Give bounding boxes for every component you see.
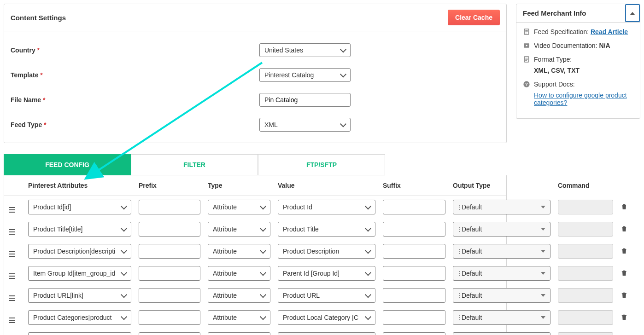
prefix-input[interactable] — [139, 200, 200, 214]
support-docs-link[interactable]: How to configure google product categori… — [534, 92, 627, 106]
table-row: Product Title[title] Attribute Product T… — [4, 218, 506, 240]
suffix-input[interactable] — [383, 288, 445, 303]
attribute-select[interactable]: Product Id[id] — [28, 200, 131, 214]
suffix-input[interactable] — [383, 244, 445, 259]
header-suffix: Suffix — [383, 182, 453, 189]
feed-merchant-info-panel: Feed Merchant Info Feed Specification: R… — [516, 4, 640, 119]
prefix-input[interactable] — [139, 310, 200, 325]
read-article-link[interactable]: Read Article — [591, 28, 628, 35]
drag-handle-icon[interactable] — [9, 251, 15, 257]
type-select[interactable]: Attribute — [208, 244, 270, 259]
panel-title: Content Settings — [11, 14, 66, 22]
format-type-label: Format Type: — [534, 56, 572, 63]
suffix-input[interactable] — [383, 266, 445, 281]
prefix-input[interactable] — [139, 332, 200, 335]
command-input[interactable] — [558, 310, 613, 325]
attribute-select[interactable]: Product URL[link] — [28, 288, 131, 303]
command-input[interactable] — [558, 200, 613, 214]
content-settings-panel: Content Settings Clear Cache Country * U… — [4, 4, 507, 143]
command-input[interactable] — [558, 222, 613, 237]
header-value: Value — [278, 182, 383, 189]
drag-handle-icon[interactable] — [9, 295, 15, 301]
feedtype-select[interactable]: XML — [259, 118, 351, 132]
drag-handle-icon[interactable] — [9, 273, 15, 279]
type-select[interactable]: Attribute — [208, 200, 270, 214]
drag-handle-icon[interactable] — [9, 207, 15, 213]
tab-ftp[interactable]: FTP/SFTP — [258, 154, 385, 175]
country-select[interactable]: United States — [259, 43, 351, 57]
value-select[interactable]: Parent Id [Group Id] — [278, 266, 375, 281]
attribute-select[interactable]: Google Product Category[go — [28, 332, 131, 335]
output-type-select[interactable]: ⋮Default — [453, 222, 550, 237]
template-label: Template * — [11, 71, 259, 79]
output-type-select[interactable]: ⋮Default — [453, 332, 550, 335]
value-select[interactable]: Product Title — [278, 222, 375, 237]
suffix-input[interactable] — [383, 310, 445, 325]
suffix-input[interactable] — [383, 222, 445, 237]
header-attr: Pinterest Attributes — [28, 182, 139, 189]
svg-text:?: ? — [525, 82, 528, 87]
suffix-input[interactable] — [383, 200, 445, 214]
trash-icon[interactable] — [621, 293, 628, 300]
command-input[interactable] — [558, 332, 613, 335]
help-icon: ? — [523, 81, 530, 88]
tab-feed-config[interactable]: FEED CONFIG — [4, 154, 131, 175]
command-input[interactable] — [558, 244, 613, 259]
filename-label: File Name * — [11, 96, 259, 104]
drag-handle-icon[interactable] — [9, 229, 15, 235]
prefix-input[interactable] — [139, 222, 200, 237]
trash-icon[interactable] — [621, 315, 628, 323]
drag-handle-icon[interactable] — [9, 318, 15, 323]
type-select[interactable]: Pattern — [208, 332, 270, 335]
clear-cache-button[interactable]: Clear Cache — [448, 10, 500, 25]
table-row: Item Group Id[item_group_id Attribute Pa… — [4, 262, 506, 284]
document-icon — [523, 28, 530, 35]
output-type-select[interactable]: ⋮Default — [453, 310, 550, 325]
attribute-select[interactable]: Product Categories[product_ — [28, 310, 131, 325]
table-row: Product URL[link] Attribute Product URL … — [4, 284, 506, 306]
video-icon — [523, 42, 530, 49]
collapse-button[interactable] — [625, 4, 640, 22]
attribute-select[interactable]: Product Title[title] — [28, 222, 131, 237]
country-label: Country * — [11, 46, 259, 54]
feed-config-grid: Pinterest Attributes Prefix Type Value S… — [4, 175, 507, 335]
value-select[interactable]: Select A Category — [278, 332, 375, 335]
command-input[interactable] — [558, 266, 613, 281]
value-select[interactable]: Product Id — [278, 200, 375, 214]
trash-icon[interactable] — [621, 271, 628, 278]
prefix-input[interactable] — [139, 288, 200, 303]
sidebar-title: Feed Merchant Info — [516, 4, 593, 22]
value-select[interactable]: Product Local Category [C — [278, 310, 375, 325]
filename-input[interactable] — [259, 93, 351, 107]
command-input[interactable] — [558, 288, 613, 303]
trash-icon[interactable] — [621, 227, 628, 234]
value-select[interactable]: Product Description — [278, 244, 375, 259]
output-type-select[interactable]: ⋮Default — [453, 266, 550, 281]
prefix-input[interactable] — [139, 266, 200, 281]
output-type-select[interactable]: ⋮Default — [453, 200, 550, 214]
prefix-input[interactable] — [139, 244, 200, 259]
tabs: FEED CONFIG FILTER FTP/SFTP — [4, 154, 507, 175]
type-select[interactable]: Attribute — [208, 266, 270, 281]
output-type-select[interactable]: ⋮Default — [453, 244, 550, 259]
trash-icon[interactable] — [621, 249, 628, 256]
value-select[interactable]: Product URL — [278, 288, 375, 303]
output-type-select[interactable]: ⋮Default — [453, 288, 550, 303]
support-docs-label: Support Docs: — [534, 81, 575, 88]
document-icon — [523, 56, 530, 63]
type-select[interactable]: Attribute — [208, 222, 270, 237]
type-select[interactable]: Attribute — [208, 288, 270, 303]
type-select[interactable]: Attribute — [208, 310, 270, 325]
suffix-input[interactable] — [383, 332, 445, 335]
table-row: Google Product Category[go Pattern Selec… — [4, 329, 506, 335]
template-select[interactable]: Pinterest Catalog — [259, 68, 351, 82]
feedtype-label: Feed Type * — [11, 121, 259, 128]
trash-icon[interactable] — [621, 205, 628, 212]
table-row: Product Description[descripti Attribute … — [4, 240, 506, 262]
header-type: Type — [208, 182, 278, 189]
format-type-value: XML, CSV, TXT — [534, 67, 633, 74]
header-output: Output Type — [453, 182, 558, 189]
tab-filter[interactable]: FILTER — [131, 154, 258, 175]
attribute-select[interactable]: Item Group Id[item_group_id — [28, 266, 131, 281]
attribute-select[interactable]: Product Description[descripti — [28, 244, 131, 259]
